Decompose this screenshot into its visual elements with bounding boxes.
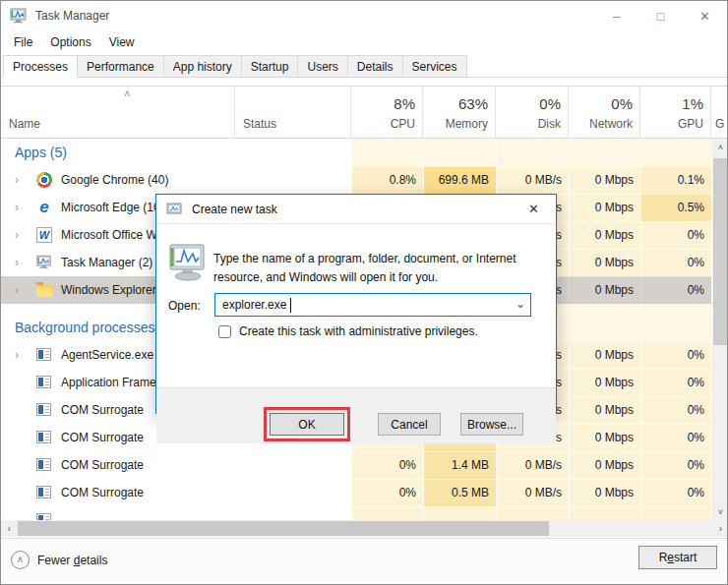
tab-details[interactable]: Details xyxy=(347,55,403,77)
expand-chevron-icon[interactable]: › xyxy=(15,256,36,269)
application-icon xyxy=(36,512,52,520)
expand-chevron-icon[interactable]: › xyxy=(15,283,36,297)
minimize-button[interactable]: – xyxy=(594,1,638,30)
vertical-scroll-thumb[interactable] xyxy=(713,158,728,345)
scroll-up-icon[interactable]: ˄ xyxy=(712,139,728,155)
gpu-cell: 0% xyxy=(640,249,711,276)
dialog-title: Create new task xyxy=(192,203,277,216)
application-icon xyxy=(36,430,52,445)
column-header-gpu[interactable]: 1% GPU xyxy=(640,87,711,138)
expand-chevron-icon[interactable]: › xyxy=(15,348,36,362)
sort-ascending-icon: ˄ xyxy=(124,88,130,99)
column-header-overflow[interactable]: G xyxy=(711,87,728,138)
cancel-button[interactable]: Cancel xyxy=(378,413,441,436)
horizontal-scroll-thumb[interactable] xyxy=(18,521,549,536)
close-button[interactable]: ✕ xyxy=(683,1,727,30)
network-cell: 0 Mbps xyxy=(569,166,640,194)
chevron-up-circle-icon: ˄ xyxy=(11,551,30,569)
status-bar: ˄ Fewer details Restart xyxy=(1,538,727,585)
status-cell xyxy=(235,479,351,506)
network-total-percent: 0% xyxy=(611,95,633,112)
column-header-cpu[interactable]: 8% CPU xyxy=(351,87,423,138)
create-new-task-dialog: Create new task ✕ Type the name of a pro… xyxy=(155,194,557,414)
expand-chevron-icon[interactable]: › xyxy=(15,228,36,242)
task-manager-icon xyxy=(36,255,52,270)
network-cell: 0 Mbps xyxy=(569,396,640,424)
task-manager-window: Task Manager – □ ✕ File Options View Pro… xyxy=(0,0,728,585)
word-icon xyxy=(36,227,52,243)
open-input[interactable] xyxy=(215,294,530,316)
tab-performance[interactable]: Performance xyxy=(77,55,164,77)
tab-services[interactable]: Services xyxy=(402,55,467,77)
application-icon xyxy=(36,457,52,473)
network-cell: 0 Mbps xyxy=(569,451,640,479)
fewer-details-toggle[interactable]: ˄ Fewer details xyxy=(11,551,107,569)
process-name: COM Surrogate xyxy=(61,458,144,472)
open-label: Open: xyxy=(168,299,201,313)
network-cell: 0 Mbps xyxy=(569,194,640,221)
table-header: ˄ Name Status 8% CPU 63% Memory 0% Disk … xyxy=(1,86,728,139)
process-name: COM Surrogate xyxy=(61,403,144,417)
column-header-name[interactable]: ˄ Name xyxy=(1,87,235,138)
cpu-cell: 0% xyxy=(351,479,423,506)
tab-app-history[interactable]: App history xyxy=(163,55,242,77)
disk-column-label: Disk xyxy=(538,117,561,131)
group-header-apps[interactable]: Apps (5) xyxy=(1,139,711,166)
window-controls: – □ ✕ xyxy=(594,1,727,30)
process-name: COM Surrogate xyxy=(61,431,144,444)
expand-chevron-icon[interactable]: › xyxy=(15,173,36,187)
ok-button[interactable]: OK xyxy=(270,413,344,436)
gpu-total-percent: 1% xyxy=(682,95,703,112)
maximize-icon: □ xyxy=(657,9,665,24)
combobox-chevron-down-icon[interactable]: ⌄ xyxy=(516,297,525,311)
chrome-icon xyxy=(36,172,52,188)
process-row-com-surrogate-4[interactable]: COM Surrogate 0% 0.5 MB 0 MB/s 0 Mbps 0% xyxy=(1,479,711,506)
dialog-close-button[interactable]: ✕ xyxy=(512,195,556,223)
window-title: Task Manager xyxy=(35,9,109,23)
column-header-disk[interactable]: 0% Disk xyxy=(496,87,569,138)
application-icon xyxy=(36,375,52,390)
network-cell: 0 Mbps xyxy=(569,341,640,369)
edge-icon xyxy=(36,200,52,215)
column-header-memory[interactable]: 63% Memory xyxy=(423,87,496,138)
process-row-com-surrogate-3[interactable]: COM Surrogate 0% 1.4 MB 0 MB/s 0 Mbps 0% xyxy=(1,451,711,479)
title-bar: Task Manager – □ ✕ xyxy=(1,1,727,30)
task-manager-icon xyxy=(10,8,28,24)
vertical-scrollbar[interactable]: ˄ ˅ xyxy=(712,139,728,520)
column-header-network[interactable]: 0% Network xyxy=(569,87,640,138)
horizontal-scrollbar[interactable]: ‹ › xyxy=(1,520,728,537)
tab-processes[interactable]: Processes xyxy=(3,55,78,78)
browse-button[interactable]: Browse... xyxy=(460,413,523,436)
process-name: Google Chrome (40) xyxy=(61,173,168,187)
process-row-partial[interactable] xyxy=(1,506,711,520)
maximize-button[interactable]: □ xyxy=(638,1,683,30)
scroll-right-icon[interactable]: › xyxy=(712,520,728,537)
menu-options[interactable]: Options xyxy=(41,32,99,52)
admin-privileges-label: Create this task with administrative pri… xyxy=(239,324,478,338)
menu-file[interactable]: File xyxy=(5,32,41,52)
cpu-cell: 0% xyxy=(351,451,423,479)
scroll-left-icon[interactable]: ‹ xyxy=(1,520,18,537)
memory-cell: 1.4 MB xyxy=(423,451,496,479)
tab-startup[interactable]: Startup xyxy=(241,55,299,77)
status-cell xyxy=(235,506,351,520)
gpu-cell: 0% xyxy=(640,341,711,369)
dialog-title-bar[interactable]: Create new task ✕ xyxy=(156,195,556,224)
status-cell xyxy=(235,451,351,479)
minimize-icon: – xyxy=(613,9,620,24)
expand-chevron-icon[interactable]: › xyxy=(15,201,36,214)
gpu-cell: 0% xyxy=(640,451,711,479)
dialog-message: Type the name of a program, folder, docu… xyxy=(213,250,538,287)
tab-users[interactable]: Users xyxy=(297,55,347,77)
column-header-status[interactable]: Status xyxy=(235,87,351,138)
process-row-google-chrome[interactable]: ›Google Chrome (40) 0.8% 699.6 MB 0 MB/s… xyxy=(1,166,711,194)
gpu-cell: 0% xyxy=(640,221,711,249)
cpu-cell: 0.8% xyxy=(351,166,423,194)
menu-view[interactable]: View xyxy=(100,32,144,52)
restart-button[interactable]: Restart xyxy=(638,546,717,569)
admin-privileges-checkbox[interactable] xyxy=(218,325,231,338)
process-name: Windows Explorer xyxy=(61,283,156,297)
scroll-down-icon[interactable]: ˅ xyxy=(712,503,728,520)
network-cell: 0 Mbps xyxy=(569,479,640,506)
memory-column-label: Memory xyxy=(446,117,488,131)
